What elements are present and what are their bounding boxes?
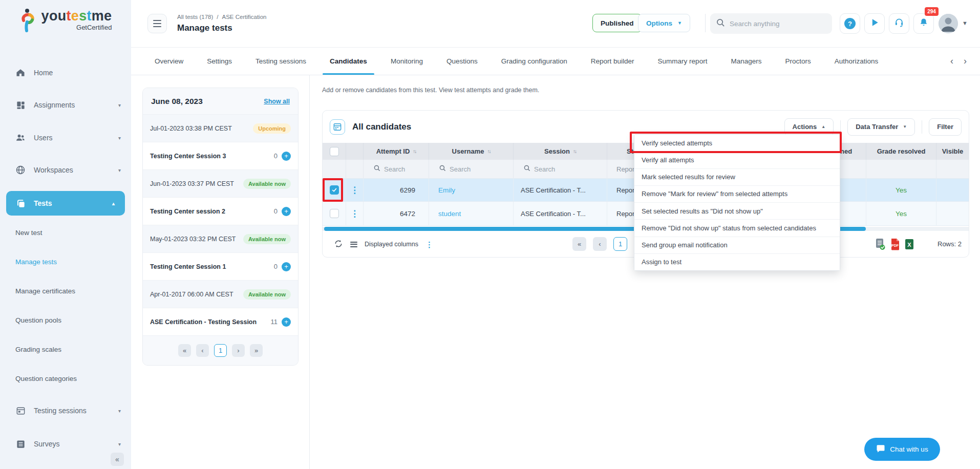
help-button[interactable]: ? <box>840 13 860 34</box>
cell-username-link[interactable]: Emily <box>429 179 513 201</box>
search-icon <box>524 165 530 173</box>
tutorial-play-button[interactable] <box>864 13 885 34</box>
sidebar-item-users[interactable]: Users ▾ <box>0 126 131 149</box>
menu-item-verify-selected-attempts[interactable]: Verify selected attempts <box>634 135 840 152</box>
column-header-visible[interactable]: Visible <box>936 143 969 160</box>
column-header-attempt-id[interactable]: Attempt ID↑↓ <box>363 143 429 160</box>
schedule-row[interactable]: May-01-2023 03:32 PM CEST Available now <box>143 225 298 253</box>
pagination-page-1[interactable]: 1 <box>613 237 627 251</box>
add-candidate-icon[interactable]: + <box>282 152 291 161</box>
row-checkbox[interactable] <box>330 185 339 195</box>
pagination-next-button[interactable]: › <box>232 344 245 357</box>
pagination-first-button[interactable]: « <box>178 344 191 357</box>
add-candidate-icon[interactable]: + <box>282 207 291 216</box>
filter-button[interactable]: Filter <box>929 118 962 136</box>
sidebar-item-label: Testing sessions <box>34 407 87 415</box>
menu-item-mark-selected-results[interactable]: Mark selected results for review <box>634 169 840 186</box>
row-menu-icon[interactable]: ⋮ <box>350 186 359 195</box>
options-button[interactable]: Options ▼ <box>638 14 690 32</box>
session-search-input[interactable] <box>534 165 575 173</box>
columns-icon[interactable] <box>350 240 357 248</box>
tabs-scroll-right-icon[interactable]: › <box>964 56 967 67</box>
sidebar-subitem-manage-certificates[interactable]: Manage certificates <box>15 285 75 297</box>
tab-monitoring[interactable]: Monitoring <box>391 48 423 75</box>
pagination-prev-button[interactable]: ‹ <box>196 344 209 357</box>
show-all-link[interactable]: Show all <box>264 98 290 105</box>
tab-managers[interactable]: Managers <box>731 48 761 75</box>
search-input[interactable] <box>730 20 817 28</box>
select-all-checkbox[interactable] <box>330 147 339 156</box>
tab-authorizations[interactable]: Authorizations <box>835 48 879 75</box>
attempt-id-search-input[interactable] <box>384 165 425 173</box>
sidebar-item-testing-sessions[interactable]: Testing sessions ▾ <box>0 399 131 422</box>
menu-item-verify-all-attempts[interactable]: Verify all attempts <box>634 152 840 168</box>
menu-toggle-button[interactable] <box>147 14 167 33</box>
avatar-chevron-down-icon[interactable]: ▼ <box>962 20 968 26</box>
tab-grading-configuration[interactable]: Grading configuration <box>501 48 567 75</box>
more-options-icon[interactable]: ⋮ <box>425 241 433 248</box>
avatar[interactable] <box>939 14 958 33</box>
notifications-button[interactable] <box>913 13 934 34</box>
cell-username-link[interactable]: student <box>429 202 513 225</box>
sort-icon[interactable]: ↑↓ <box>487 148 490 154</box>
refresh-icon[interactable] <box>334 239 343 250</box>
sidebar-item-home[interactable]: Home <box>0 61 131 84</box>
actions-button[interactable]: Actions ▲ <box>784 118 834 136</box>
data-transfer-button[interactable]: Data Transfer ▼ <box>847 118 915 136</box>
pagination-first-button[interactable]: « <box>572 237 586 251</box>
sort-icon[interactable]: ↑↓ <box>573 148 576 154</box>
sort-icon[interactable]: ↑↓ <box>413 148 416 154</box>
sidebar-collapse-button[interactable]: « <box>111 453 124 466</box>
session-row[interactable]: Testing Center Session 1 0+ <box>143 253 298 281</box>
tab-candidates[interactable]: Candidates <box>330 48 367 75</box>
displayed-columns-label[interactable]: Displayed columns <box>365 241 418 248</box>
sidebar-item-tests[interactable]: Tests ▴ <box>6 191 125 216</box>
sidebar-item-workspaces[interactable]: Workspaces ▾ <box>0 159 131 181</box>
sidebar-item-surveys[interactable]: Surveys ▾ <box>0 433 131 455</box>
session-row[interactable]: Testing Center Session 3 0+ <box>143 142 298 170</box>
menu-item-assign-to-test[interactable]: Assign to test <box>634 254 840 270</box>
tab-proctors[interactable]: Proctors <box>785 48 811 75</box>
schedule-row[interactable]: Jul-01-2023 03:38 PM CEST Upcoming <box>143 115 298 142</box>
tab-summary-report[interactable]: Summary report <box>658 48 708 75</box>
menu-item-set-did-not-show-up[interactable]: Set selected results as "Did not show up… <box>634 203 840 220</box>
row-checkbox[interactable] <box>330 209 339 218</box>
add-candidate-icon[interactable]: + <box>282 262 291 271</box>
session-row[interactable]: Testing Center session 2 0+ <box>143 198 298 225</box>
tab-settings[interactable]: Settings <box>207 48 232 75</box>
row-menu-icon[interactable]: ⋮ <box>350 209 359 218</box>
pagination-last-button[interactable]: » <box>250 344 263 357</box>
session-row[interactable]: ASE Certification - Testing Session 11+ <box>143 308 298 336</box>
menu-item-send-group-email[interactable]: Send group email notification <box>634 237 840 254</box>
menu-item-remove-mark-for-review[interactable]: Remove "Mark for review" from selected a… <box>634 186 840 203</box>
add-candidate-icon[interactable]: + <box>282 317 291 327</box>
sidebar-subitem-manage-tests[interactable]: Manage tests <box>15 255 57 268</box>
sidebar-subitem-new-test[interactable]: New test <box>15 226 42 239</box>
column-header-grade-resolved[interactable]: Grade resolved <box>866 143 936 160</box>
status-badge: Available now <box>243 179 291 189</box>
pagination-page-1[interactable]: 1 <box>214 344 227 357</box>
schedule-row[interactable]: Jun-01-2023 03:37 PM CEST Available now <box>143 170 298 198</box>
sidebar-item-assignments[interactable]: Assignments ▾ <box>0 94 131 116</box>
breadcrumb-root[interactable]: All tests (178) <box>177 14 213 20</box>
export-pdf-icon[interactable]: PDF <box>890 238 900 252</box>
tabs-scroll-left-icon[interactable]: ‹ <box>950 56 953 67</box>
tab-testing-sessions[interactable]: Testing sessions <box>255 48 306 75</box>
tab-questions[interactable]: Questions <box>446 48 478 75</box>
column-header-username[interactable]: Username↑↓ <box>429 143 513 160</box>
column-header-session[interactable]: Session↑↓ <box>513 143 607 160</box>
sidebar-subitem-grading-scales[interactable]: Grading scales <box>15 343 61 355</box>
username-search-input[interactable] <box>450 165 491 173</box>
chat-with-us-button[interactable]: Chat with us <box>864 438 940 461</box>
tab-overview[interactable]: Overview <box>155 48 183 75</box>
support-button[interactable] <box>889 13 909 34</box>
top-header: All tests (178) / ASE Certification Mana… <box>131 0 980 48</box>
sidebar-subitem-question-pools[interactable]: Question pools <box>15 314 61 326</box>
sidebar-subitem-question-categories[interactable]: Question categories <box>15 372 77 385</box>
export-excel-icon[interactable]: X <box>904 238 914 252</box>
tab-report-builder[interactable]: Report builder <box>591 48 634 75</box>
pagination-prev-button[interactable]: ‹ <box>593 237 607 251</box>
export-csv-icon[interactable] <box>875 238 886 252</box>
schedule-row[interactable]: Apr-01-2017 06:00 AM CEST Available now <box>143 281 298 308</box>
menu-item-remove-did-not-show-up[interactable]: Remove "Did not show up" status from sel… <box>634 220 840 237</box>
